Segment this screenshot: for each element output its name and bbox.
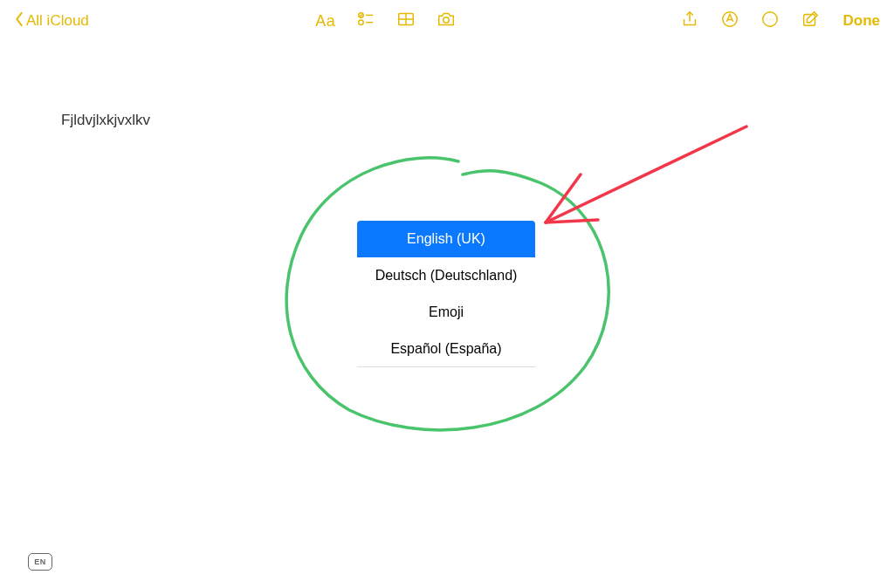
language-item-emoji[interactable]: Emoji xyxy=(357,294,535,331)
ellipsis-circle-icon xyxy=(760,10,780,32)
compose-button[interactable] xyxy=(798,9,822,33)
note-text: Fjldvjlxkjvxlkv xyxy=(61,112,150,128)
keyboard-language-indicator[interactable]: EN xyxy=(28,553,52,571)
note-body[interactable]: Fjldvjlxkjvxlkv xyxy=(0,42,894,129)
compose-icon xyxy=(801,10,820,32)
more-button[interactable] xyxy=(758,9,782,33)
done-button[interactable]: Done xyxy=(838,9,886,33)
share-icon xyxy=(680,10,699,32)
annotation-red-arrowhead-2 xyxy=(546,220,598,222)
back-label: All iCloud xyxy=(26,12,89,30)
markup-button[interactable] xyxy=(718,9,742,33)
share-button[interactable] xyxy=(677,9,702,33)
language-item-label: Español (España) xyxy=(390,341,501,357)
svg-point-7 xyxy=(443,17,448,23)
checklist-icon xyxy=(356,10,375,32)
language-item-label: Emoji xyxy=(429,304,464,320)
language-menu: English (UK) Deutsch (Deutschland) Emoji… xyxy=(357,221,535,367)
svg-point-12 xyxy=(773,18,774,19)
svg-point-10 xyxy=(766,18,767,19)
language-item-label: Deutsch (Deutschland) xyxy=(375,268,518,284)
toolbar-right-group: Done xyxy=(677,9,886,33)
chevron-left-icon xyxy=(14,11,24,31)
annotation-red-arrow xyxy=(546,126,746,222)
text-format-icon: Aa xyxy=(315,12,335,31)
language-item-english-uk[interactable]: English (UK) xyxy=(357,221,535,257)
svg-point-11 xyxy=(769,18,770,19)
language-item-espanol[interactable]: Español (España) xyxy=(357,331,535,367)
table-button[interactable] xyxy=(394,9,418,33)
format-button[interactable]: Aa xyxy=(313,9,338,33)
annotation-red-arrowhead-1 xyxy=(546,174,581,222)
svg-point-2 xyxy=(358,20,363,24)
toolbar: All iCloud Aa xyxy=(0,0,894,42)
language-item-deutsch[interactable]: Deutsch (Deutschland) xyxy=(357,257,535,294)
language-item-label: English (UK) xyxy=(407,231,485,247)
toolbar-center-group: Aa xyxy=(313,9,458,33)
back-button[interactable]: All iCloud xyxy=(9,8,94,35)
camera-button[interactable] xyxy=(434,9,458,33)
checklist-button[interactable] xyxy=(354,9,378,33)
markup-icon xyxy=(720,10,739,32)
table-icon xyxy=(396,10,416,32)
camera-icon xyxy=(437,10,456,32)
